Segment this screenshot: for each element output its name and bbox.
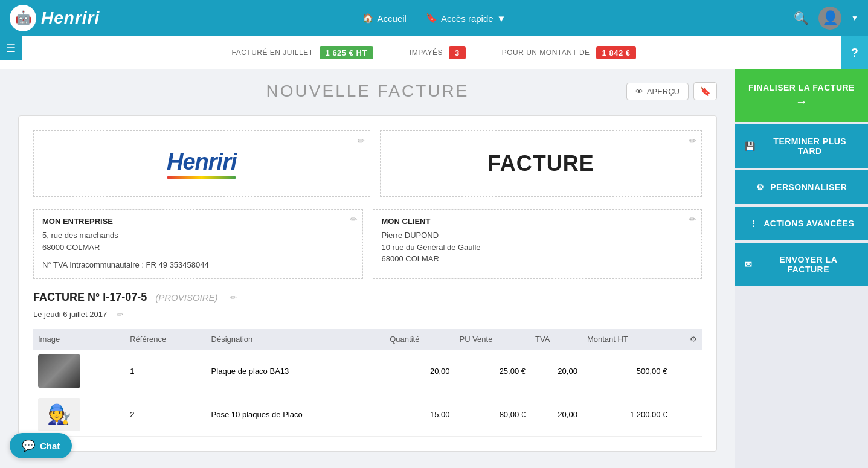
stat-facture: FACTURÉ EN JUILLET 1 625 € HT <box>232 46 373 59</box>
company-address-box: ✏ MON ENTREPRISE 5, rue des marchands 68… <box>33 209 363 279</box>
edit-logo-icon[interactable]: ✏ <box>358 136 365 146</box>
actions-label: ACTIONS AVANCÉES <box>764 219 854 228</box>
arrow-icon: → <box>796 95 808 109</box>
edit-title-icon[interactable]: ✏ <box>689 136 696 146</box>
row1-actions <box>672 350 702 393</box>
company-address1: 5, rue des marchands <box>42 229 354 242</box>
finaliser-button[interactable]: FINALISER LA FACTURE → <box>735 69 868 122</box>
home-icon: 🏠 <box>362 13 374 24</box>
placo-image <box>38 354 80 388</box>
edit-number-icon[interactable]: ✏ <box>230 293 237 302</box>
logo-box: ✏ Henriri <box>33 130 370 197</box>
row2-designation: Pose 10 plaques de Placo <box>207 393 385 436</box>
main-layout: NOUVELLE FACTURE 👁 APERÇU 🔖 ✏ Henriri <box>0 69 868 468</box>
row1-ref: 1 <box>125 350 206 393</box>
bookmark-save-icon: 🔖 <box>700 86 710 96</box>
invoice-date-row: Le jeudi 6 juillet 2017 ✏ <box>33 310 702 319</box>
row2-image: 🧑‍🔧 <box>33 393 125 436</box>
client-address2: 68000 COLMAR <box>382 253 693 265</box>
header-right: 🔍 👤 ▼ <box>794 7 858 30</box>
stat-impayes-label: IMPAYÉS <box>410 48 443 57</box>
personnaliser-label: PERSONNALISER <box>770 182 847 192</box>
envoyer-label: ENVOYER LA FACTURE <box>759 255 859 274</box>
address-section: ✏ MON ENTREPRISE 5, rue des marchands 68… <box>33 209 702 279</box>
stat-facture-badge: 1 625 € HT <box>320 46 373 59</box>
worker-image: 🧑‍🔧 <box>38 398 80 431</box>
edit-client-icon[interactable]: ✏ <box>689 214 696 224</box>
header: 🤖 Henriri 🏠 Accueil 🔖 Accès rapide ▼ 🔍 👤… <box>0 0 868 36</box>
logo-robot-icon: 🤖 <box>10 5 36 31</box>
henriri-logo-text: Henriri <box>167 149 236 175</box>
eye-icon: 👁 <box>635 87 643 96</box>
hamburger-icon: ☰ <box>6 42 16 55</box>
company-address2: 68000 COLMAR <box>42 242 354 254</box>
chat-label: Chat <box>40 441 60 451</box>
table-header-row: Image Référence Désignation Quantité PU … <box>33 329 702 350</box>
edit-company-icon[interactable]: ✏ <box>350 214 358 224</box>
nav-accueil[interactable]: 🏠 Accueil <box>362 13 407 24</box>
col-designation: Désignation <box>207 329 385 350</box>
page-title-row: NOUVELLE FACTURE 👁 APERÇU 🔖 <box>18 82 717 101</box>
row1-image <box>33 350 125 393</box>
sidebar-toggle-button[interactable]: ☰ <box>0 36 22 60</box>
invoice-number-row: FACTURE N° I-17-07-5 (PROVISOIRE) ✏ <box>33 291 702 304</box>
row2-quantite: 15,00 <box>385 393 454 436</box>
send-icon: ✉ <box>745 260 753 269</box>
logo-text: Henriri <box>41 8 100 28</box>
col-image: Image <box>33 329 125 350</box>
stats-bar: FACTURÉ EN JUILLET 1 625 € HT IMPAYÉS 3 … <box>0 36 868 69</box>
stat-montant-label: POUR UN MONTANT DE <box>502 48 590 57</box>
client-address1: 10 rue du Général de Gaulle <box>382 242 693 254</box>
save-icon: 💾 <box>745 141 756 151</box>
row1-tva: 20,00 <box>530 350 582 393</box>
table-row: 1 Plaque de placo BA13 20,00 25,00 € 20,… <box>33 350 702 393</box>
company-tva: N° TVA Intracommunautaire : FR 49 353458… <box>42 259 354 271</box>
col-pu-vente: PU Vente <box>455 329 531 350</box>
stat-impayes: IMPAYÉS 3 <box>410 46 466 59</box>
row1-designation: Plaque de placo BA13 <box>207 350 385 393</box>
row2-pu-vente: 80,00 € <box>455 393 531 436</box>
henriri-underline <box>167 176 236 179</box>
stat-impayes-badge: 3 <box>449 46 466 59</box>
row2-ref: 2 <box>125 393 206 436</box>
chat-icon: 💬 <box>22 439 35 452</box>
chat-button[interactable]: 💬 Chat <box>10 433 72 458</box>
finaliser-label: FINALISER LA FACTURE <box>748 83 855 92</box>
personnaliser-button[interactable]: ⚙ PERSONNALISER <box>735 170 868 204</box>
search-icon[interactable]: 🔍 <box>794 11 809 25</box>
client-title: MON CLIENT <box>382 217 693 226</box>
row2-actions <box>672 393 702 436</box>
col-settings[interactable]: ⚙ <box>672 329 702 350</box>
col-tva: TVA <box>530 329 582 350</box>
row1-pu-vente: 25,00 € <box>455 350 531 393</box>
actions-button[interactable]: ⋮ ACTIONS AVANCÉES <box>735 207 868 240</box>
invoice-top: ✏ Henriri ✏ FACTURE <box>33 130 702 197</box>
nav-acces-rapide-label: Accès rapide <box>441 13 493 24</box>
envoyer-button[interactable]: ✉ ENVOYER LA FACTURE <box>735 243 868 286</box>
nav-acces-rapide[interactable]: 🔖 Accès rapide ▼ <box>426 13 506 24</box>
avatar-chevron-icon[interactable]: ▼ <box>851 14 858 22</box>
terminer-label: TERMINER PLUS TARD <box>762 136 859 156</box>
bookmark-button[interactable]: 🔖 <box>693 82 717 100</box>
client-name: Pierre DUPOND <box>382 229 693 242</box>
apercu-label: APERÇU <box>647 87 680 96</box>
left-content: NOUVELLE FACTURE 👁 APERÇU 🔖 ✏ Henriri <box>0 69 735 468</box>
edit-date-icon[interactable]: ✏ <box>117 310 123 319</box>
apercu-button[interactable]: 👁 APERÇU <box>626 83 689 100</box>
stat-montant: POUR UN MONTANT DE 1 842 € <box>502 46 637 59</box>
header-nav: 🏠 Accueil 🔖 Accès rapide ▼ <box>362 13 506 24</box>
logo[interactable]: 🤖 Henriri <box>10 5 100 31</box>
row1-montant: 500,00 € <box>582 350 672 393</box>
company-title: MON ENTREPRISE <box>42 217 354 226</box>
help-button[interactable]: ? <box>841 36 868 69</box>
gear-icon: ⚙ <box>756 182 765 192</box>
row2-tva: 20,00 <box>530 393 582 436</box>
col-montant: Montant HT <box>582 329 672 350</box>
client-address-box: ✏ MON CLIENT Pierre DUPOND 10 rue du Gén… <box>373 209 702 279</box>
terminer-button[interactable]: 💾 TERMINER PLUS TARD <box>735 124 868 168</box>
henriri-logo: Henriri <box>167 149 236 179</box>
list-icon: ⋮ <box>749 219 758 228</box>
avatar[interactable]: 👤 <box>818 7 841 30</box>
invoice-date: Le jeudi 6 juillet 2017 <box>33 310 107 319</box>
nav-accueil-label: Accueil <box>378 13 407 24</box>
